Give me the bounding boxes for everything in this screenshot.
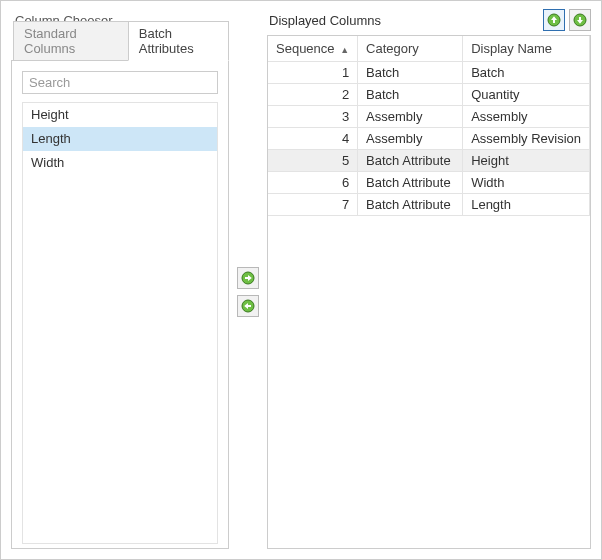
cell-category: Batch Attribute	[358, 150, 463, 172]
table-row[interactable]: 6Batch AttributeWidth	[268, 172, 590, 194]
cell-sequence: 2	[268, 84, 358, 106]
arrow-up-icon	[547, 13, 561, 27]
list-item[interactable]: Length	[23, 127, 217, 151]
cell-display-name: Assembly Revision	[463, 128, 590, 150]
tab-standard-label: Standard Columns	[24, 26, 77, 56]
table-row[interactable]: 2BatchQuantity	[268, 84, 590, 106]
cell-display-name: Assembly	[463, 106, 590, 128]
list-item[interactable]: Width	[23, 151, 217, 175]
cell-sequence: 1	[268, 62, 358, 84]
reorder-buttons	[543, 9, 591, 31]
attribute-list[interactable]: HeightLengthWidth	[22, 102, 218, 544]
cell-sequence: 5	[268, 150, 358, 172]
cell-display-name: Quantity	[463, 84, 590, 106]
col-header-category[interactable]: Category	[358, 36, 463, 62]
tabs: Standard Columns Batch Attributes	[11, 35, 229, 61]
cell-category: Batch Attribute	[358, 194, 463, 216]
move-up-button[interactable]	[543, 9, 565, 31]
arrow-left-icon	[241, 299, 255, 313]
arrow-down-icon	[573, 13, 587, 27]
cell-sequence: 4	[268, 128, 358, 150]
displayed-columns-grid[interactable]: Sequence ▲ Category Display Name 1BatchB…	[267, 35, 591, 549]
tab-standard-columns[interactable]: Standard Columns	[13, 21, 129, 61]
search-wrap	[22, 71, 218, 94]
grid-header-row: Sequence ▲ Category Display Name	[268, 36, 590, 62]
cell-category: Batch Attribute	[358, 172, 463, 194]
sort-asc-icon: ▲	[340, 45, 349, 55]
displayed-columns-title: Displayed Columns	[269, 13, 381, 28]
cell-category: Assembly	[358, 128, 463, 150]
move-down-button[interactable]	[569, 9, 591, 31]
search-input[interactable]	[22, 71, 218, 94]
cell-sequence: 6	[268, 172, 358, 194]
cell-display-name: Width	[463, 172, 590, 194]
available-list-panel: HeightLengthWidth	[11, 60, 229, 549]
arrow-right-icon	[241, 271, 255, 285]
table-row[interactable]: 4AssemblyAssembly Revision	[268, 128, 590, 150]
cell-category: Batch	[358, 84, 463, 106]
list-item[interactable]: Height	[23, 103, 217, 127]
cell-sequence: 3	[268, 106, 358, 128]
table-row[interactable]: 1BatchBatch	[268, 62, 590, 84]
transfer-buttons	[229, 35, 267, 549]
cell-display-name: Length	[463, 194, 590, 216]
cell-sequence: 7	[268, 194, 358, 216]
col-header-display-name[interactable]: Display Name	[463, 36, 590, 62]
tab-batch-attributes[interactable]: Batch Attributes	[128, 21, 229, 61]
table-row[interactable]: 7Batch AttributeLength	[268, 194, 590, 216]
cell-category: Batch	[358, 62, 463, 84]
cell-display-name: Height	[463, 150, 590, 172]
tab-batch-label: Batch Attributes	[139, 26, 194, 56]
right-column: Sequence ▲ Category Display Name 1BatchB…	[267, 35, 591, 549]
table-row[interactable]: 5Batch AttributeHeight	[268, 150, 590, 172]
table-row[interactable]: 3AssemblyAssembly	[268, 106, 590, 128]
cell-category: Assembly	[358, 106, 463, 128]
body: Standard Columns Batch Attributes Height…	[11, 35, 591, 549]
add-button[interactable]	[237, 267, 259, 289]
remove-button[interactable]	[237, 295, 259, 317]
left-column: Standard Columns Batch Attributes Height…	[11, 35, 229, 549]
cell-display-name: Batch	[463, 62, 590, 84]
column-chooser-panel: Column Chooser Displayed Columns	[0, 0, 602, 560]
col-header-sequence[interactable]: Sequence ▲	[268, 36, 358, 62]
